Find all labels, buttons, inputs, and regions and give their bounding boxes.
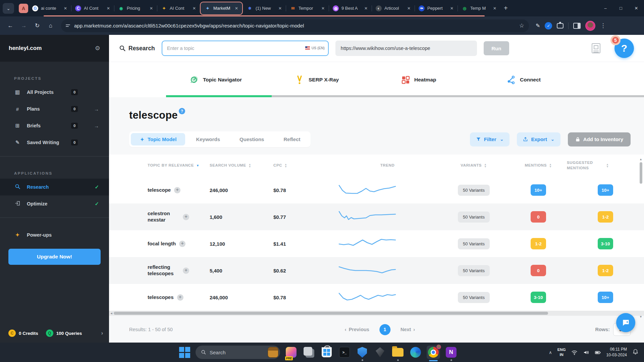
browser-tab-active[interactable]: ✦ MarketM ✕ — [200, 2, 243, 15]
taskbar-app-store[interactable] — [320, 346, 333, 359]
tab-serp-xray[interactable]: SERP X-Ray — [295, 75, 353, 85]
browser-tab[interactable]: G ai conte ✕ — [28, 2, 71, 14]
browser-tab[interactable]: ✦ AI Cont ✕ — [157, 2, 200, 14]
sidebar-item-plans[interactable]: # Plans 0 → — [0, 101, 109, 117]
taskbar-app-onenote[interactable]: N — [444, 346, 458, 359]
tab-topic-navigator[interactable]: Topic Navigator — [189, 75, 247, 85]
add-topic-icon[interactable]: + — [174, 187, 180, 193]
subtab-topic-model[interactable]: Topic Model — [131, 133, 185, 145]
add-to-inventory-button[interactable]: Add to Inventory — [568, 132, 631, 146]
close-icon[interactable]: ✕ — [320, 5, 326, 11]
taskbar-app-snip[interactable] — [302, 346, 316, 359]
help-button[interactable]: ? 5 — [614, 39, 634, 58]
variants-button[interactable]: 50 Variants — [458, 212, 490, 223]
chevron-right-icon[interactable]: › — [101, 330, 103, 336]
close-icon[interactable]: ✕ — [449, 5, 455, 11]
scroll-up-icon[interactable]: ▲ — [639, 158, 642, 161]
taskbar-app-edge[interactable] — [409, 346, 422, 359]
taskbar-app-chrome[interactable] — [427, 346, 440, 359]
close-window-button[interactable]: ✕ — [629, 0, 644, 16]
previous-button[interactable]: ‹ Previous — [345, 327, 369, 332]
sort-icon[interactable]: ▲▼ — [606, 163, 609, 168]
close-icon[interactable]: ✕ — [62, 5, 68, 11]
subtab-keywords[interactable]: Keywords — [187, 133, 229, 145]
browser-menu-icon[interactable]: ⋮ — [600, 22, 606, 29]
gear-icon[interactable]: ⚙ — [95, 45, 100, 52]
taskbar-app-files[interactable] — [391, 346, 405, 359]
sidebar-item-briefs[interactable]: ⊞ Briefs 0 → — [0, 117, 109, 134]
subtab-reflect[interactable]: Reflect — [275, 133, 309, 145]
close-icon[interactable]: ✕ — [406, 5, 412, 11]
title-help-icon[interactable]: ? — [179, 108, 185, 114]
taskbar-app-premiere[interactable]: PRE — [284, 346, 298, 359]
close-icon[interactable]: ✕ — [277, 5, 283, 11]
scroll-down-icon[interactable]: ▼ — [639, 315, 642, 318]
arrow-right-icon[interactable]: → — [94, 123, 99, 129]
sort-icon[interactable]: ▲▼ — [484, 163, 487, 168]
language-indicator[interactable]: ENGIN — [557, 347, 566, 357]
variants-button[interactable]: 50 Variants — [458, 292, 490, 303]
browser-tab[interactable]: ◐ Articool ✕ — [372, 2, 415, 14]
upgrade-button[interactable]: Upgrade Now! — [8, 249, 101, 265]
variants-button[interactable]: 50 Variants — [458, 265, 490, 276]
col-cpc-header[interactable]: CPC — [273, 163, 282, 168]
minimize-button[interactable]: – — [598, 0, 613, 16]
taskbar-app-terminal[interactable]: >_ — [338, 346, 351, 359]
back-button[interactable]: ← — [5, 20, 16, 32]
col-topic-header[interactable]: TOPIC BY RELEVANCE — [148, 163, 194, 168]
browser-tab[interactable]: ❄ (1) New ✕ — [243, 2, 286, 14]
locale-selector[interactable]: US (EN) — [305, 46, 325, 50]
notifications-button[interactable] — [632, 349, 639, 356]
volume-icon[interactable] — [583, 349, 589, 356]
sort-icon[interactable]: ▲▼ — [549, 163, 552, 168]
topic-input[interactable] — [162, 41, 329, 56]
col-mentions-header[interactable]: MENTIONS — [525, 163, 547, 168]
add-topic-icon[interactable]: + — [179, 241, 185, 247]
pinned-tab[interactable]: A — [19, 4, 28, 13]
add-topic-icon[interactable]: + — [183, 214, 189, 220]
topic-name[interactable]: focal length — [148, 241, 176, 247]
taskbar-search[interactable] — [196, 346, 280, 359]
topic-name[interactable]: telescopes — [148, 294, 174, 301]
sidebar-item-optimize[interactable]: Optimize ✓ — [0, 195, 109, 212]
next-button[interactable]: Next › — [400, 327, 415, 332]
tab-search-button[interactable]: ⌄ — [3, 3, 14, 14]
taskbar-app-gem[interactable] — [373, 346, 387, 359]
arrow-right-icon[interactable]: → — [94, 106, 99, 112]
table-row[interactable]: telescopes + 246,000 $0.78 50 Variants 3… — [109, 284, 644, 311]
col-variants-header[interactable]: VARIANTS — [461, 163, 482, 168]
sidebar-item-powerups[interactable]: ✦ Power-ups — [0, 227, 109, 243]
new-tab-button[interactable]: + — [504, 4, 508, 12]
tab-connect[interactable]: Connect — [506, 75, 564, 85]
sidebar-item-research[interactable]: Research ✓ — [0, 179, 109, 195]
sort-icon[interactable]: ▼ — [196, 164, 200, 167]
variants-button[interactable]: 50 Variants — [458, 185, 490, 196]
browser-tab[interactable]: ◎ Temp M ✕ — [458, 2, 500, 14]
sidebar-item-all-projects[interactable]: ▥ All Projects 0 — [0, 84, 109, 101]
close-icon[interactable]: ✕ — [148, 5, 154, 11]
browser-tab[interactable]: ✑ Peppert ✕ — [415, 2, 458, 14]
battery-icon[interactable] — [595, 349, 601, 356]
scroll-left-icon[interactable]: ◂ — [109, 311, 114, 315]
add-topic-icon[interactable]: + — [177, 294, 183, 301]
bookmark-star-icon[interactable]: ☆ — [519, 22, 524, 29]
target-url-input[interactable] — [335, 41, 477, 56]
home-button[interactable]: ⌂ — [45, 20, 56, 32]
browser-tab[interactable]: ◍ 9 Best A ✕ — [329, 2, 372, 14]
chat-button[interactable] — [616, 313, 635, 332]
table-row[interactable]: telescope + 246,000 $0.78 50 Variants 10… — [109, 177, 644, 203]
printer-icon[interactable] — [592, 43, 600, 53]
scrollbar-thumb[interactable] — [114, 312, 548, 315]
sort-icon[interactable]: ▲▼ — [249, 163, 252, 168]
subtab-questions[interactable]: Questions — [231, 133, 273, 145]
browser-tab[interactable]: ✉ Tempor ✕ — [286, 2, 329, 14]
address-bar[interactable]: app.marketmuse.com/a/ascaec/cltli512w00c… — [61, 19, 529, 32]
profile-avatar[interactable] — [585, 21, 595, 31]
run-button[interactable]: Run — [484, 41, 509, 55]
taskbar-search-input[interactable] — [210, 350, 260, 355]
forward-button[interactable]: → — [18, 20, 30, 32]
start-button[interactable] — [178, 346, 191, 359]
refresh-button[interactable]: ↻ — [32, 20, 43, 32]
taskbar-app-shield[interactable] — [356, 346, 369, 359]
sort-icon[interactable]: ▲▼ — [284, 163, 287, 168]
